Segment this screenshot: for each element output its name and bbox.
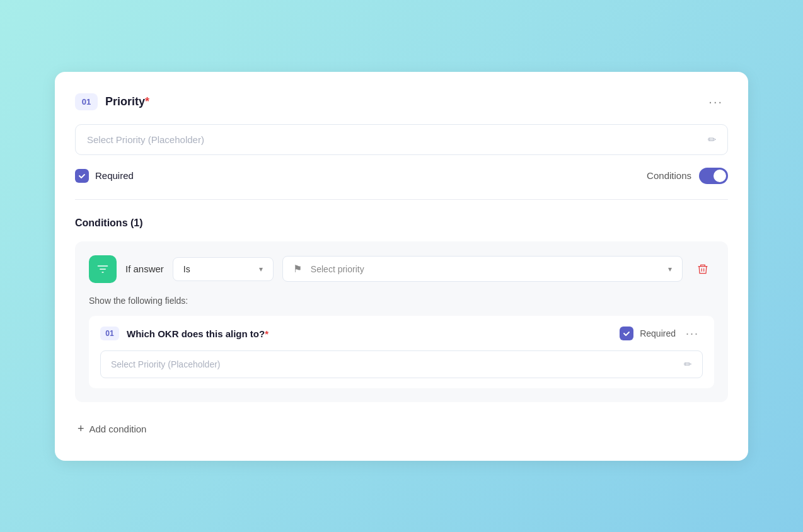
is-dropdown-value: Is <box>183 264 190 274</box>
required-checkbox[interactable] <box>75 169 89 183</box>
trash-icon <box>696 263 709 275</box>
checkmark-icon <box>78 172 86 180</box>
condition-row: If answer Is ▾ ⚑ Select priority ▾ <box>89 255 714 283</box>
sub-edit-icon: ✏ <box>684 359 692 370</box>
sub-field-title: Which OKR does this align to?* <box>127 328 612 339</box>
edit-icon: ✏ <box>708 134 716 146</box>
form-card: 01 Priority* ··· Select Priority (Placeh… <box>55 72 748 461</box>
placeholder-input[interactable]: Select Priority (Placeholder) ✏ <box>75 124 728 155</box>
is-dropdown[interactable]: Is ▾ <box>173 257 274 281</box>
conditions-title: Conditions (1) <box>75 217 728 229</box>
chevron-down-icon: ▾ <box>259 265 263 274</box>
more-options-button[interactable]: ··· <box>703 92 728 112</box>
required-row: Required Conditions <box>75 168 728 184</box>
divider <box>75 199 728 200</box>
delete-condition-button[interactable] <box>691 258 714 280</box>
sub-field-header: 01 Which OKR does this align to?* Requir… <box>100 326 703 342</box>
condition-block: If answer Is ▾ ⚑ Select priority ▾ <box>75 241 728 402</box>
priority-dropdown-placeholder: Select priority <box>311 264 662 274</box>
sub-field: 01 Which OKR does this align to?* Requir… <box>89 316 714 388</box>
plus-icon: + <box>78 422 84 436</box>
if-answer-label: If answer <box>125 263 164 274</box>
filter-icon-button[interactable] <box>89 255 117 283</box>
priority-dropdown[interactable]: ⚑ Select priority ▾ <box>282 256 683 282</box>
chevron-down-icon: ▾ <box>668 265 672 274</box>
flag-icon: ⚑ <box>293 263 302 275</box>
sub-checkmark-icon <box>623 330 630 337</box>
field-title: Priority* <box>105 95 149 108</box>
placeholder-text: Select Priority (Placeholder) <box>87 134 204 145</box>
sub-placeholder-input[interactable]: Select Priority (Placeholder) ✏ <box>100 350 703 378</box>
required-left: Required <box>75 169 134 183</box>
sub-more-options-button[interactable]: ··· <box>682 326 703 342</box>
required-asterisk: * <box>145 95 149 108</box>
filter-icon <box>96 263 109 275</box>
sub-placeholder-text: Select Priority (Placeholder) <box>111 359 221 369</box>
conditions-toggle[interactable] <box>699 168 728 184</box>
add-condition-label: Add condition <box>90 424 147 434</box>
sub-field-actions: Required ··· <box>620 326 703 342</box>
conditions-right: Conditions <box>647 168 728 184</box>
field-header-left: 01 Priority* <box>75 93 149 110</box>
sub-step-badge: 01 <box>100 327 119 340</box>
conditions-label: Conditions <box>647 170 691 181</box>
sub-required-asterisk: * <box>265 328 269 339</box>
field-title-text: Priority <box>105 95 145 108</box>
field-header: 01 Priority* ··· <box>75 92 728 112</box>
show-fields-label: Show the following fields: <box>89 296 714 306</box>
add-condition-button[interactable]: + Add condition <box>75 417 149 441</box>
required-label: Required <box>95 170 134 181</box>
step-badge: 01 <box>75 93 98 110</box>
sub-required-label: Required <box>640 328 676 338</box>
conditions-section: Conditions (1) If answer Is ▾ ⚑ <box>75 217 728 441</box>
sub-field-title-text: Which OKR does this align to? <box>127 328 265 339</box>
sub-required-checkbox[interactable] <box>620 327 633 340</box>
